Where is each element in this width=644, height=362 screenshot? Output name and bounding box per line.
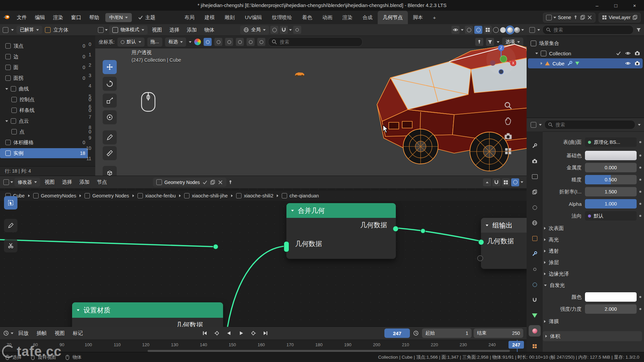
roughness-slider[interactable]: 0.500 <box>585 175 637 184</box>
join-geometry-node[interactable]: 合并几何 几何数据 几何数据 <box>286 203 396 259</box>
distant-car-object[interactable] <box>294 71 305 78</box>
spreadsheet-row-control-point[interactable]: 控制点0 <box>0 95 94 105</box>
add-workspace-button[interactable]: + <box>428 11 441 24</box>
timeline-ruler[interactable]: 7080901001101201301401501601701801902002… <box>0 340 527 353</box>
properties-search-input[interactable] <box>555 122 632 128</box>
node-editor-icon[interactable] <box>3 179 9 185</box>
decorator-dot[interactable] <box>639 191 641 193</box>
spreadsheet-row-instances[interactable]: 实例18 <box>0 148 88 158</box>
properties-editor-icon[interactable] <box>531 122 536 128</box>
snap-magnet-button[interactable] <box>280 26 288 34</box>
emission-strength-slider[interactable]: 2.000 <box>585 304 637 314</box>
measure-tool-button[interactable] <box>103 146 117 160</box>
viewport-menu-object[interactable]: 物体 <box>201 27 217 33</box>
scale-tool-button[interactable] <box>103 94 117 108</box>
tab-modeling[interactable]: 建模 <box>200 11 220 24</box>
tab-rendering[interactable]: 渲染 <box>337 11 358 24</box>
language-toggle-button[interactable]: 中/EN <box>105 13 132 22</box>
proportional-edit-button[interactable] <box>293 26 301 34</box>
shading-rendered-button[interactable] <box>514 27 520 33</box>
section-volume[interactable]: 体积 <box>543 331 642 341</box>
mode-toggle-3[interactable] <box>225 38 233 46</box>
annotate-tool-button[interactable] <box>103 130 117 144</box>
eye-icon[interactable] <box>625 51 631 56</box>
viewport-menu-view[interactable]: 视图 <box>149 27 165 33</box>
jump-to-end-button[interactable] <box>260 329 270 338</box>
geometry-input-socket[interactable] <box>478 239 484 245</box>
transform-orientation-dropdown[interactable]: 默认 <box>117 38 145 47</box>
collapse-icon[interactable] <box>77 309 79 311</box>
decorator-dot[interactable] <box>639 296 641 298</box>
tab-object[interactable] <box>529 233 541 244</box>
breadcrumb-item[interactable]: xiaoche-shili-jihe <box>184 193 228 198</box>
eye-icon[interactable] <box>625 61 631 66</box>
spreadsheet-row-vertex[interactable]: 顶点0 <box>0 41 88 51</box>
tab-shading[interactable]: 着色 <box>297 11 317 24</box>
add-cube-tool-button[interactable] <box>103 166 117 176</box>
node-overlay-button[interactable] <box>502 178 510 186</box>
spreadsheet-editor-icon[interactable] <box>3 27 8 33</box>
jump-to-start-button[interactable] <box>200 329 210 338</box>
tab-texture-paint[interactable]: 纹理喷绘 <box>267 11 297 24</box>
tab-animation[interactable]: 动画 <box>317 11 337 24</box>
prev-keyframe-button[interactable] <box>212 329 222 338</box>
tab-uv-editing[interactable]: UV编辑 <box>240 11 267 24</box>
node-menu-select[interactable]: 选择 <box>59 179 75 185</box>
select-box-dropdown[interactable]: 框选 <box>165 38 186 47</box>
menu-file[interactable]: 文件 <box>13 11 31 24</box>
normal-input[interactable]: 默认 <box>585 211 637 221</box>
maximize-button[interactable]: □ <box>606 0 625 11</box>
alpha-slider[interactable]: 1.000 <box>585 199 637 208</box>
set-material-node[interactable]: 设置材质 几何数据 <box>72 302 223 327</box>
transform-tool-button[interactable] <box>103 110 117 124</box>
tab-object-data[interactable] <box>529 310 541 321</box>
tab-sculpting[interactable]: 雕刻 <box>220 11 240 24</box>
tab-scene[interactable] <box>529 202 541 213</box>
decorator-dot[interactable] <box>639 203 641 205</box>
show-gizmo-button[interactable] <box>465 26 473 34</box>
playhead-badge[interactable]: 247 <box>508 341 524 349</box>
pan-hand-button[interactable] <box>502 115 514 127</box>
evaluated-dropdown[interactable]: 已解算 <box>16 26 42 34</box>
group-output-node[interactable]: 组输出 几何数据 <box>481 218 527 269</box>
gizmo-y-axis[interactable] <box>500 56 507 62</box>
node-annotate-tool-button[interactable] <box>4 219 17 232</box>
frame-start-field[interactable]: 起始1 <box>422 328 472 338</box>
pin-icon[interactable] <box>573 15 578 20</box>
collapse-icon[interactable] <box>291 210 294 212</box>
node-tree-type-dropdown[interactable]: 修改器 <box>14 178 40 187</box>
scene-selector[interactable]: Scene <box>543 13 595 22</box>
emission-color-swatch[interactable] <box>585 292 637 302</box>
copy-icon[interactable] <box>210 180 215 185</box>
menu-edit[interactable]: 编辑 <box>31 11 49 24</box>
decorator-dot[interactable] <box>639 167 641 169</box>
pin-icon[interactable] <box>228 180 233 185</box>
mode-toggle-1[interactable] <box>204 38 212 46</box>
spreadsheet-row-spline[interactable]: 样条线0 <box>0 105 94 115</box>
tab-physics[interactable] <box>529 279 541 290</box>
fake-user-shield-icon[interactable] <box>202 180 208 185</box>
checkbox-icon[interactable] <box>616 51 621 56</box>
breadcrumb-item[interactable]: xiaoche-shili2 <box>236 193 273 198</box>
visibility-dropdown[interactable] <box>451 26 460 34</box>
frame-end-field[interactable]: 结束250 <box>474 328 523 338</box>
camera-view-button[interactable] <box>502 131 514 142</box>
viewport-editor-icon[interactable] <box>98 27 104 33</box>
timeline-menu-keying[interactable]: 插帧 <box>34 330 50 337</box>
decorator-dot[interactable] <box>639 179 641 181</box>
next-keyframe-button[interactable] <box>248 329 258 338</box>
pivot-point-button[interactable] <box>270 26 278 34</box>
gizmo-y-neg-axis[interactable] <box>490 60 495 66</box>
reroute-node[interactable] <box>421 229 425 233</box>
section-specular[interactable]: 高光 <box>544 235 644 245</box>
node-cut-links-tool-button[interactable] <box>4 239 17 252</box>
timeline-menu-marker[interactable]: 标记 <box>70 330 86 337</box>
spreadsheet-group-curve[interactable]: 曲线 <box>0 84 88 94</box>
outliner-search[interactable] <box>542 25 634 35</box>
breadcrumb-item[interactable]: Geometry Nodes <box>85 193 129 198</box>
properties-search[interactable] <box>544 120 635 129</box>
menu-theme[interactable]: 主题 <box>134 11 159 24</box>
decorator-dot[interactable] <box>639 155 641 157</box>
close-icon[interactable] <box>587 15 592 20</box>
node-menu-add[interactable]: 添加 <box>76 179 93 185</box>
